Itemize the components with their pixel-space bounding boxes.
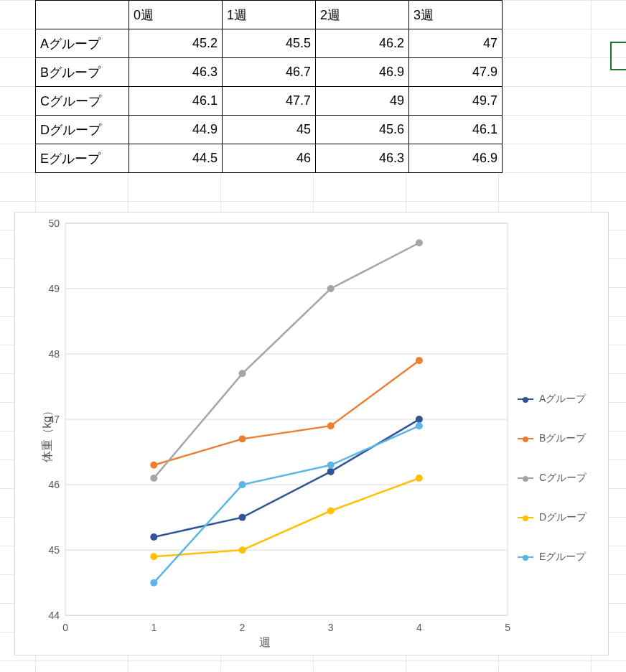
cell[interactable]: 47 xyxy=(409,29,503,58)
table-header-0week[interactable]: 0週 xyxy=(129,1,223,29)
cell[interactable]: 46.3 xyxy=(316,144,409,173)
svg-point-29 xyxy=(239,370,246,377)
row-label[interactable]: Eグループ xyxy=(36,144,129,173)
cell[interactable]: 49.7 xyxy=(409,87,503,116)
cell[interactable]: 47.7 xyxy=(223,87,316,116)
svg-text:48: 48 xyxy=(49,348,60,360)
svg-point-23 xyxy=(416,416,423,423)
y-axis-label: 体重（kg） xyxy=(40,405,55,463)
svg-point-35 xyxy=(416,475,423,482)
svg-text:46: 46 xyxy=(49,479,60,490)
legend-item: Eグループ xyxy=(518,550,602,564)
svg-text:0: 0 xyxy=(62,622,68,633)
cell[interactable]: 46.2 xyxy=(316,29,409,58)
svg-point-34 xyxy=(327,508,335,515)
svg-point-24 xyxy=(150,462,157,469)
cell[interactable]: 44.9 xyxy=(129,116,223,144)
cell[interactable]: 45.5 xyxy=(223,29,316,58)
legend-label: Dグループ xyxy=(539,511,587,524)
legend-item: Cグループ xyxy=(518,471,602,485)
cell[interactable]: 46.7 xyxy=(223,58,316,87)
legend-item: Dグループ xyxy=(518,510,602,525)
svg-text:3: 3 xyxy=(328,622,334,633)
spreadsheet: 0週 1週 2週 3週 Aグループ 45.2 45.5 46.2 47 Bグルー… xyxy=(0,0,626,672)
svg-text:1: 1 xyxy=(151,622,156,633)
svg-point-37 xyxy=(239,481,246,488)
svg-text:4: 4 xyxy=(416,622,422,633)
legend: Aグループ Bグループ Cグループ Dグループ Eグループ xyxy=(518,392,602,589)
legend-item: Aグループ xyxy=(518,392,602,406)
legend-item: Bグループ xyxy=(518,431,602,446)
legend-marker-icon xyxy=(518,477,533,479)
svg-point-25 xyxy=(239,435,246,442)
chart[interactable]: 体重（kg） 週 44454647484950012345 Aグループ Bグルー… xyxy=(14,212,609,655)
svg-point-30 xyxy=(327,285,335,292)
svg-text:44: 44 xyxy=(49,610,60,621)
table-row: Dグループ 44.9 45 45.6 46.1 xyxy=(36,116,503,144)
row-label[interactable]: Cグループ xyxy=(36,87,129,116)
svg-point-39 xyxy=(416,422,423,429)
table-header-2week[interactable]: 2週 xyxy=(316,1,409,29)
table-header-1week[interactable]: 1週 xyxy=(223,1,316,29)
svg-text:5: 5 xyxy=(505,622,510,633)
row-label[interactable]: Aグループ xyxy=(36,29,129,58)
x-axis-label: 週 xyxy=(15,635,515,650)
svg-text:45: 45 xyxy=(49,544,60,556)
svg-point-28 xyxy=(150,475,157,482)
row-label[interactable]: Dグループ xyxy=(36,116,129,144)
cell[interactable]: 49 xyxy=(316,87,409,116)
legend-marker-icon xyxy=(518,517,533,518)
cell[interactable]: 46.1 xyxy=(129,87,223,116)
legend-label: Bグループ xyxy=(539,432,586,445)
legend-label: Aグループ xyxy=(539,393,586,406)
table-header-blank[interactable] xyxy=(36,1,129,29)
legend-label: Eグループ xyxy=(539,551,586,564)
table-row: Aグループ 45.2 45.5 46.2 47 xyxy=(36,29,503,58)
svg-point-38 xyxy=(327,462,335,469)
cell[interactable]: 45.2 xyxy=(129,29,223,58)
cell[interactable]: 46.1 xyxy=(409,116,503,144)
legend-marker-icon xyxy=(518,438,533,439)
legend-marker-icon xyxy=(518,398,533,400)
table-header-3week[interactable]: 3週 xyxy=(409,1,503,29)
svg-text:49: 49 xyxy=(49,283,60,294)
svg-text:2: 2 xyxy=(240,622,246,633)
legend-marker-icon xyxy=(518,556,533,558)
svg-point-31 xyxy=(416,239,423,246)
legend-label: Cグループ xyxy=(539,472,587,485)
svg-point-27 xyxy=(416,357,423,364)
cell[interactable]: 45 xyxy=(223,116,316,144)
svg-point-22 xyxy=(327,468,335,475)
cell[interactable]: 44.5 xyxy=(129,144,223,173)
table-row: Bグループ 46.3 46.7 46.9 47.9 xyxy=(36,58,503,87)
table-row: Cグループ 46.1 47.7 49 49.7 xyxy=(36,87,503,116)
cell[interactable]: 46.9 xyxy=(316,58,409,87)
row-label[interactable]: Bグループ xyxy=(36,58,129,87)
cell[interactable]: 47.9 xyxy=(409,58,503,87)
svg-point-36 xyxy=(150,579,157,587)
svg-text:50: 50 xyxy=(49,218,60,229)
cell[interactable]: 46.9 xyxy=(409,144,503,173)
table-row: Eグループ 44.5 46 46.3 46.9 xyxy=(36,144,503,173)
cell[interactable]: 45.6 xyxy=(316,116,409,144)
cell[interactable]: 46.3 xyxy=(129,58,223,87)
cell[interactable]: 46 xyxy=(223,144,316,173)
svg-point-32 xyxy=(150,553,157,560)
active-cell-indicator xyxy=(610,42,626,70)
table-header-row: 0週 1週 2週 3週 xyxy=(36,1,503,29)
svg-point-21 xyxy=(239,514,246,521)
data-table: 0週 1週 2週 3週 Aグループ 45.2 45.5 46.2 47 Bグルー… xyxy=(35,0,503,173)
svg-point-33 xyxy=(239,546,246,554)
svg-point-26 xyxy=(327,422,335,429)
svg-point-20 xyxy=(150,533,157,541)
